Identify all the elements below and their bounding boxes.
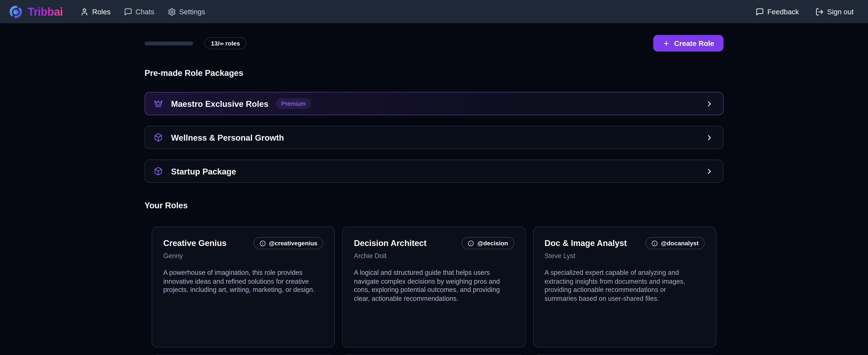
feedback-button[interactable]: Feedback: [756, 7, 799, 16]
role-title: Doc & Image Analyst: [545, 238, 627, 247]
plus-icon: [662, 40, 670, 47]
role-handle: @docanalyst: [661, 240, 699, 247]
roles-count-badge: 13/∞ roles: [204, 37, 247, 49]
package-row-maestro[interactable]: Maestro Exclusive Roles Premium: [145, 92, 723, 115]
package-icon: [154, 133, 163, 142]
nav-item-roles[interactable]: Roles: [81, 7, 111, 16]
role-handle-badge[interactable]: @decision: [462, 237, 514, 249]
brand-name: Tribbai: [28, 5, 63, 18]
package-name: Wellness & Personal Growth: [171, 132, 284, 142]
info-icon: [468, 240, 474, 246]
package-row-wellness[interactable]: Wellness & Personal Growth: [145, 126, 723, 149]
role-description: A powerhouse of imagination, this role p…: [163, 269, 323, 295]
role-subtitle: Steve Lyst: [545, 252, 705, 260]
role-description: A logical and structured guide that help…: [354, 269, 514, 303]
brand-logo-icon: [9, 5, 23, 19]
package-row-startup[interactable]: Startup Package: [145, 159, 723, 183]
role-card-decision-architect[interactable]: Decision Architect @decision Archie Doit…: [342, 227, 526, 347]
role-handle-badge[interactable]: @creativegenius: [253, 237, 323, 249]
role-handle-badge[interactable]: @docanalyst: [645, 237, 705, 249]
role-card-header: Creative Genius @creativegenius: [163, 238, 323, 249]
role-subtitle: Genny: [163, 252, 323, 260]
gear-icon: [167, 7, 176, 16]
chat-icon: [124, 7, 132, 16]
info-icon: [259, 240, 266, 246]
chevron-right-icon: [705, 133, 713, 142]
brand[interactable]: Tribbai: [9, 5, 63, 19]
nav-item-label: Settings: [179, 7, 205, 16]
nav-items: Roles Chats Settings: [81, 7, 205, 16]
sign-out-icon: [815, 7, 824, 16]
nav-item-label: Roles: [92, 7, 111, 16]
role-subtitle: Archie Doit: [354, 252, 514, 260]
role-handle: @decision: [477, 240, 508, 247]
feedback-label: Feedback: [767, 7, 799, 16]
main-content: 13/∞ roles Create Role Pre-made Role Pac…: [145, 35, 723, 355]
info-icon: [651, 240, 657, 246]
chevron-right-icon: [705, 99, 713, 108]
crown-icon: [154, 99, 163, 108]
role-title: Creative Genius: [163, 238, 226, 247]
roles-progress-bar: [145, 41, 193, 45]
package-name: Startup Package: [171, 167, 236, 176]
navbar-right: Feedback Sign out: [756, 7, 854, 16]
roles-usage: 13/∞ roles: [145, 37, 247, 49]
nav-item-settings[interactable]: Settings: [167, 7, 205, 16]
role-cards-grid: Creative Genius @creativegenius Genny A …: [152, 227, 716, 347]
app-window: Tribbai Roles Chats Settings: [0, 0, 868, 355]
nav-item-label: Chats: [135, 7, 154, 16]
premade-packages-title: Pre-made Role Packages: [145, 68, 723, 78]
your-roles-title: Your Roles: [145, 201, 723, 210]
feedback-chat-icon: [756, 7, 764, 16]
roles-toolbar: 13/∞ roles Create Role: [145, 35, 723, 52]
role-card-header: Doc & Image Analyst @docanalyst: [545, 238, 705, 249]
role-title: Decision Architect: [354, 238, 427, 247]
role-card-doc-image-analyst[interactable]: Doc & Image Analyst @docanalyst Steve Ly…: [533, 227, 716, 347]
package-list: Maestro Exclusive Roles Premium Wellness…: [145, 92, 723, 183]
user-icon: [81, 7, 89, 16]
package-icon: [154, 167, 163, 176]
create-role-label: Create Role: [674, 39, 714, 47]
role-card-header: Decision Architect @decision: [354, 238, 514, 249]
premium-badge: Premium: [276, 98, 311, 109]
role-card-creative-genius[interactable]: Creative Genius @creativegenius Genny A …: [152, 227, 335, 347]
nav-item-chats[interactable]: Chats: [124, 7, 154, 16]
top-navbar: Tribbai Roles Chats Settings: [0, 0, 868, 23]
navbar-left: Tribbai Roles Chats Settings: [9, 5, 205, 19]
package-name: Maestro Exclusive Roles: [171, 99, 269, 108]
sign-out-button[interactable]: Sign out: [815, 7, 854, 16]
role-handle: @creativegenius: [269, 240, 317, 247]
chevron-right-icon: [705, 167, 713, 175]
create-role-button[interactable]: Create Role: [653, 35, 723, 52]
sign-out-label: Sign out: [827, 7, 854, 16]
role-description: A specialized expert capable of analyzin…: [545, 269, 705, 303]
